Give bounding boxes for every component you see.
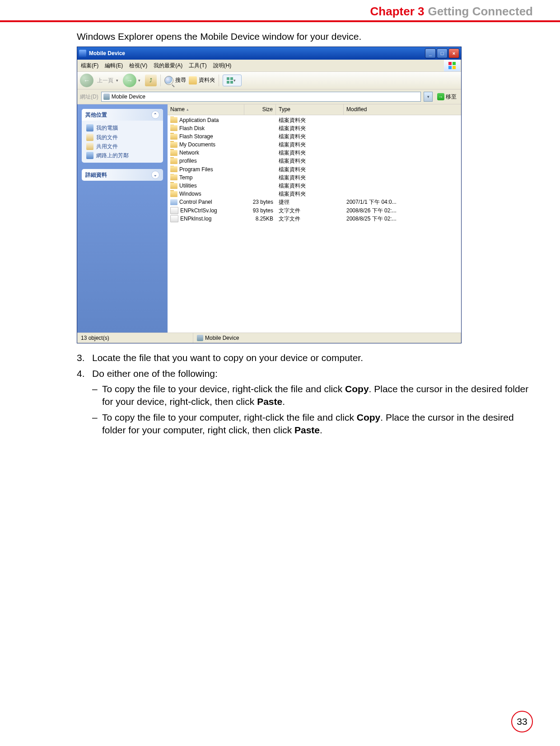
menu-tools[interactable]: 工具(T) xyxy=(189,62,206,69)
doc-icon xyxy=(86,134,93,141)
file-row[interactable]: Flash Storage檔案資料夾 xyxy=(168,132,461,141)
col-size[interactable]: Size xyxy=(244,104,276,114)
intro-text: Windows Explorer opens the Mobile Device… xyxy=(77,30,533,43)
expand-icon[interactable]: ⌄ xyxy=(151,171,159,179)
folder-icon xyxy=(170,191,177,197)
file-name: My Documents xyxy=(179,141,215,148)
sidebar-item-label: 我的電腦 xyxy=(96,124,118,131)
file-row[interactable]: Control Panel23 bytes捷徑2007/1/1 下午 04:0.… xyxy=(168,198,461,206)
col-type[interactable]: Type xyxy=(276,104,344,114)
col-modified[interactable]: Modified xyxy=(344,104,461,114)
net-icon xyxy=(86,152,93,159)
file-row[interactable]: My Documents檔案資料夾 xyxy=(168,141,461,149)
sidebar-panel-header[interactable]: 其他位置 ⌃ xyxy=(82,109,163,121)
file-modified: 2008/8/26 下午 02:... xyxy=(344,207,461,214)
menu-view[interactable]: 檢視(V) xyxy=(129,62,147,69)
file-type: 檔案資料夾 xyxy=(276,125,344,132)
file-size xyxy=(244,133,276,140)
status-object-count: 13 object(s) xyxy=(77,333,193,343)
folder-icon xyxy=(170,166,177,172)
file-type: 檔案資料夾 xyxy=(276,166,344,173)
minimize-button[interactable]: _ xyxy=(425,48,436,58)
folder-icon xyxy=(170,125,177,131)
file-name: ENPkCtrlSv.log xyxy=(180,207,217,214)
folders-button[interactable]: 資料夾 xyxy=(189,76,215,84)
file-name: Flash Storage xyxy=(179,133,213,140)
menubar: 檔案(F) 編輯(E) 檢視(V) 我的最愛(A) 工具(T) 說明(H) xyxy=(77,60,461,72)
views-button[interactable]: ▾ xyxy=(223,75,242,86)
file-size xyxy=(244,157,276,164)
file-row[interactable]: Program Files檔案資料夾 xyxy=(168,165,461,174)
page-number: 33 xyxy=(511,711,533,732)
file-type: 檔案資料夾 xyxy=(276,174,344,181)
back-button[interactable]: ← xyxy=(80,74,93,87)
col-name[interactable]: Name▴ xyxy=(168,104,244,114)
file-name: Windows xyxy=(179,190,201,197)
file-row[interactable]: Network檔案資料夾 xyxy=(168,149,461,157)
address-bar: 網址(D) Mobile Device ▾ 移至 xyxy=(77,89,461,104)
folder-icon xyxy=(170,183,177,189)
sidebar: 其他位置 ⌃ 我的電腦我的文件共用文件網路上的芳鄰 詳細資料 ⌄ xyxy=(77,104,168,333)
menu-favorites[interactable]: 我的最愛(A) xyxy=(154,62,182,69)
sub-list: – To copy the file to your device, right… xyxy=(92,383,533,436)
file-modified xyxy=(344,182,461,189)
file-size xyxy=(244,117,276,124)
statusbar: 13 object(s) Mobile Device xyxy=(77,333,461,343)
folder-icon xyxy=(170,158,177,164)
panel-title: 詳細資料 xyxy=(85,171,107,178)
file-name: profiles xyxy=(179,157,197,164)
file-type: 捷徑 xyxy=(276,198,344,206)
file-type: 檔案資料夾 xyxy=(276,157,344,164)
sidebar-panel-details: 詳細資料 ⌄ xyxy=(82,169,163,181)
sidebar-item[interactable]: 網路上的芳鄰 xyxy=(86,151,159,160)
sidebar-item-label: 共用文件 xyxy=(96,143,118,150)
sub-item: – To copy the file to your computer, rig… xyxy=(92,411,533,437)
forward-button[interactable]: → xyxy=(123,74,136,87)
sidebar-item[interactable]: 共用文件 xyxy=(86,142,159,151)
address-dropdown[interactable]: ▾ xyxy=(424,92,433,102)
window-title: Mobile Device xyxy=(89,50,425,57)
up-button[interactable]: ⤴ xyxy=(145,75,157,86)
dash: – xyxy=(92,383,102,408)
address-field[interactable]: Mobile Device xyxy=(101,92,421,102)
device-icon xyxy=(103,94,110,100)
menu-help[interactable]: 說明(H) xyxy=(213,62,232,69)
step-text: Do either one of the following: xyxy=(92,367,533,380)
file-size: 8.25KB xyxy=(244,215,276,222)
cpl-icon xyxy=(170,199,177,205)
menu-edit[interactable]: 編輯(E) xyxy=(105,62,123,69)
titlebar[interactable]: Mobile Device _ □ × xyxy=(77,47,461,60)
file-row[interactable]: Windows檔案資料夾 xyxy=(168,190,461,198)
menu-file[interactable]: 檔案(F) xyxy=(81,62,98,69)
step-number: 3. xyxy=(77,352,92,364)
file-name: Temp xyxy=(179,174,192,181)
sidebar-item[interactable]: 我的文件 xyxy=(86,133,159,142)
file-row[interactable]: ENPkInst.log8.25KB文字文件2008/8/25 下午 02:..… xyxy=(168,215,461,223)
close-button[interactable]: × xyxy=(448,48,459,58)
go-label: 移至 xyxy=(446,93,457,100)
file-row[interactable]: Application Data檔案資料夾 xyxy=(168,116,461,124)
file-row[interactable]: Temp檔案資料夾 xyxy=(168,174,461,182)
file-type: 檔案資料夾 xyxy=(276,133,344,140)
sidebar-panel-header[interactable]: 詳細資料 ⌄ xyxy=(82,169,163,181)
file-row[interactable]: profiles檔案資料夾 xyxy=(168,157,461,165)
folder-icon xyxy=(170,150,177,156)
file-row[interactable]: Utilities檔案資料夾 xyxy=(168,182,461,190)
file-row[interactable]: ENPkCtrlSv.log93 bytes文字文件2008/8/26 下午 0… xyxy=(168,206,461,215)
back-label: 上一頁 xyxy=(97,77,113,84)
collapse-icon[interactable]: ⌃ xyxy=(151,111,159,119)
explorer-window: Mobile Device _ □ × 檔案(F) 編輯(E) 檢視(V) 我的… xyxy=(77,47,462,343)
go-icon xyxy=(437,93,444,100)
forward-dropdown[interactable]: ▾ xyxy=(138,78,140,83)
sub-item: – To copy the file to your device, right… xyxy=(92,383,533,408)
file-row[interactable]: Flash Disk檔案資料夾 xyxy=(168,124,461,132)
search-icon xyxy=(164,76,173,85)
sub-text: To copy the file to your computer, right… xyxy=(102,411,533,437)
back-dropdown[interactable]: ▾ xyxy=(116,78,118,83)
go-button[interactable]: 移至 xyxy=(435,92,458,101)
sidebar-item-label: 網路上的芳鄰 xyxy=(96,152,129,159)
search-button[interactable]: 搜尋 xyxy=(164,76,186,85)
maximize-button[interactable]: □ xyxy=(437,48,448,58)
sidebar-item[interactable]: 我的電腦 xyxy=(86,123,159,132)
status-location: Mobile Device xyxy=(193,333,461,343)
